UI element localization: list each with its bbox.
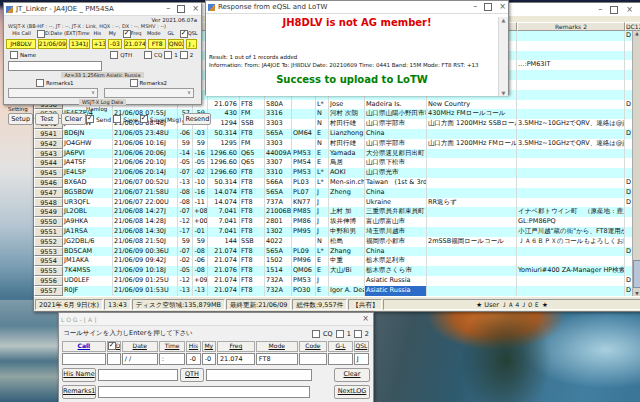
close-icon[interactable]: ×: [626, 5, 633, 14]
cell[interactable]: [427, 276, 517, 286]
cell[interactable]: Yomiuri#400 ZA-Manager HP検索7K4MSS: [517, 266, 625, 276]
cell[interactable]: 鳥居: [329, 158, 365, 168]
cell[interactable]: [427, 158, 517, 168]
cell[interactable]: 山口県下松市: [365, 158, 427, 168]
remarks1-checkbox[interactable]: [36, 79, 44, 87]
cell[interactable]: 三重県員弁郡東員町: [365, 207, 427, 217]
cell[interactable]: [292, 237, 316, 247]
cell[interactable]: 21/06/06 20:14J: [113, 168, 178, 178]
cell[interactable]: N: [316, 109, 329, 119]
cell[interactable]: RR返らず: [427, 198, 517, 208]
cell[interactable]: BG5BDW: [63, 188, 113, 198]
remarks1-input[interactable]: [98, 386, 310, 398]
cell[interactable]: N: [316, 139, 329, 149]
cell[interactable]: -08: [178, 198, 193, 208]
cell[interactable]: Asiatic Russia: [365, 286, 427, 296]
cell[interactable]: [427, 286, 517, 296]
cell[interactable]: [517, 31, 625, 41]
code-column-button[interactable]: Code: [299, 341, 327, 352]
row-number-cell[interactable]: 9548: [34, 198, 63, 208]
cell[interactable]: 580A: [265, 100, 292, 110]
remarks1-button[interactable]: Remarks1: [62, 385, 96, 399]
cell[interactable]: 河村 次朗: [329, 109, 365, 119]
cell[interactable]: Q65: [240, 149, 265, 159]
cell[interactable]: J: [316, 198, 329, 208]
cell[interactable]: 小江戸川越"蔵の街"から、FT8運用が: [517, 227, 625, 237]
cell[interactable]: 565A: [265, 247, 292, 257]
cell[interactable]: L*: [316, 168, 329, 178]
cell[interactable]: FT8: [240, 266, 265, 276]
cell[interactable]: [427, 168, 517, 178]
cell[interactable]: 3303: [265, 139, 292, 149]
cell[interactable]: -16: [193, 149, 208, 159]
cell[interactable]: 21/06/09 09:42J: [113, 256, 178, 266]
two-checkbox[interactable]: [354, 330, 362, 338]
cell[interactable]: 山口県山陽小野田市竜王山: [365, 109, 427, 119]
cell[interactable]: -05: [193, 158, 208, 168]
cell[interactable]: KN77: [292, 198, 316, 208]
qth-input[interactable]: [206, 369, 312, 381]
cell[interactable]: [517, 188, 625, 198]
qsl-column-button[interactable]: QSL: [354, 341, 369, 352]
cell[interactable]: 村田行雄: [329, 139, 365, 149]
cell[interactable]: JA6PVI: [63, 149, 113, 159]
cell[interactable]: -07: [178, 247, 193, 257]
clear-button[interactable]: Clear: [334, 368, 370, 382]
two-checkbox[interactable]: [180, 51, 188, 59]
cell[interactable]: 1295: [208, 139, 240, 149]
cell[interactable]: [427, 247, 517, 257]
cell[interactable]: 4022: [265, 237, 292, 247]
dialog-scrollbar[interactable]: ▲ ▼: [498, 17, 508, 96]
cell[interactable]: 737A: [265, 198, 292, 208]
cell[interactable]: 7.041: [208, 227, 240, 237]
cell[interactable]: E: [316, 256, 329, 266]
time-column-button[interactable]: Time: [159, 341, 186, 352]
cell[interactable]: Asiatic Russia: [365, 276, 427, 286]
cell[interactable]: Lianzhong: [329, 129, 365, 139]
cell[interactable]: 21.074: [208, 286, 240, 296]
cell[interactable]: BD6JN: [63, 129, 113, 139]
name-checkbox[interactable]: [10, 51, 18, 59]
cell[interactable]: 21/06/08 14:28J: [113, 217, 178, 227]
his-report-field[interactable]: +13: [92, 39, 106, 49]
cell[interactable]: -13: [178, 178, 193, 188]
cell[interactable]: 44009A: [265, 149, 292, 159]
cell[interactable]: [517, 80, 625, 90]
cell[interactable]: 3.5MHz~10GHzでQRV、連絡は@jarl.com: [517, 119, 625, 129]
cell[interactable]: 山口方面 1200MHz FMロールコ: [427, 139, 517, 149]
cell[interactable]: +00: [193, 217, 208, 227]
cell[interactable]: [517, 41, 625, 51]
cell[interactable]: -02: [193, 168, 208, 178]
cell[interactable]: 山口県宇部市: [365, 139, 427, 149]
cell[interactable]: [517, 149, 625, 159]
time-field[interactable]: 1341J: [69, 39, 91, 49]
my-report-field[interactable]: -03: [108, 39, 122, 49]
cell[interactable]: 中重: [329, 256, 365, 266]
cell[interactable]: [427, 256, 517, 266]
cell[interactable]: PL07: [292, 188, 316, 198]
code-input[interactable]: [299, 353, 327, 365]
remarks2-combobox[interactable]: [104, 88, 194, 98]
cell[interactable]: [292, 119, 316, 129]
his-name-button[interactable]: His Name: [62, 368, 96, 382]
cell[interactable]: 1302: [265, 227, 292, 237]
remarks1-combobox[interactable]: [8, 88, 98, 98]
gl-field[interactable]: QN02: [168, 39, 184, 49]
row-number-cell[interactable]: 9543: [34, 149, 63, 159]
cell[interactable]: 栃木県さくら市: [365, 266, 427, 276]
cell[interactable]: 59: [193, 237, 208, 247]
scroll-up-icon[interactable]: ▲: [502, 17, 506, 23]
row-number-cell[interactable]: 9549: [34, 207, 63, 217]
column-header[interactable]: Remarks 2: [517, 22, 625, 31]
cell[interactable]: 566A: [265, 178, 292, 188]
his-name-input[interactable]: [98, 369, 178, 381]
cell[interactable]: Taiwan (1st & 3rd Cla: [365, 178, 427, 188]
cell[interactable]: 1294: [208, 119, 240, 129]
cell[interactable]: [517, 198, 625, 208]
cell[interactable]: [517, 109, 625, 119]
cell[interactable]: 2mSSB福岡ロールコール: [427, 237, 517, 247]
row-number-cell[interactable]: 9555: [34, 266, 63, 276]
cell[interactable]: 21.074: [208, 256, 240, 266]
cell[interactable]: FT8: [240, 168, 265, 178]
cell[interactable]: 21/06/06 20:10J: [113, 158, 178, 168]
